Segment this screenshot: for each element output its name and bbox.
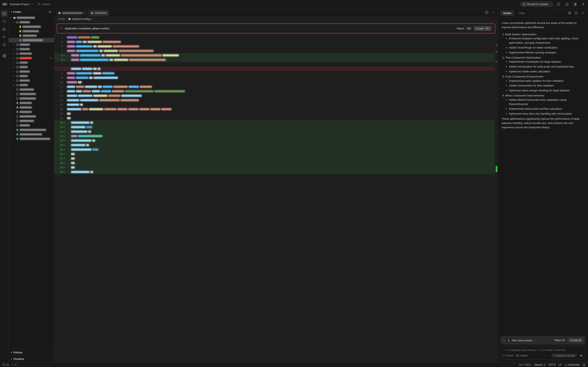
search-input[interactable]: Search xyxy=(38,3,517,6)
code-line[interactable]: 16 xyxy=(54,107,498,111)
outline-section[interactable]: ▸ Outline xyxy=(9,349,54,356)
collapse-icon[interactable] xyxy=(48,10,52,13)
code-line[interactable]: 21 xyxy=(54,129,498,134)
code-line[interactable]: 5 xyxy=(54,53,498,58)
reject-button[interactable]: Reject xyxy=(457,27,464,30)
tree-row[interactable] xyxy=(9,38,54,42)
status-position[interactable]: Ln 7, Col 1 xyxy=(519,363,531,366)
code-line[interactable]: 13 xyxy=(54,93,498,98)
tree-row[interactable] xyxy=(9,119,54,123)
code-line[interactable]: 9 xyxy=(54,75,498,80)
activity-extensions[interactable] xyxy=(1,52,8,59)
status-warnings[interactable]: ⚠ 1 xyxy=(12,363,17,366)
model-selector[interactable]: ✦ Claude-3.5-Sonnet xyxy=(551,354,577,358)
code-line[interactable]: 17 xyxy=(54,111,498,116)
code-line[interactable]: 2 xyxy=(54,40,498,44)
tree-row[interactable] xyxy=(9,101,54,105)
code-line[interactable]: 29 xyxy=(54,165,498,170)
tree-row[interactable]: ▸ xyxy=(9,74,54,78)
tree-row[interactable] xyxy=(9,92,54,96)
tree-row[interactable]: ▸ xyxy=(9,56,54,60)
code-line[interactable]: 6 xyxy=(54,58,498,62)
activity-debug-icon[interactable] xyxy=(1,41,8,48)
send-button[interactable] xyxy=(579,354,583,358)
tab-chat[interactable]: Chat xyxy=(516,10,527,16)
code-line[interactable]: 7 xyxy=(54,62,498,67)
code-line[interactable]: 15 xyxy=(54,102,498,107)
code-line[interactable]: 4 xyxy=(54,49,498,53)
tree-row[interactable]: ▸ xyxy=(9,69,54,74)
tab-inactive[interactable] xyxy=(89,10,109,16)
more-icon[interactable] xyxy=(490,9,496,15)
code-line[interactable]: 19 xyxy=(54,120,498,125)
tree-row[interactable] xyxy=(9,114,54,119)
tree-row[interactable]: ▸ xyxy=(9,51,54,56)
code-line[interactable]: 25 xyxy=(54,147,498,152)
status-encoding[interactable]: UTF-8 xyxy=(549,363,555,366)
minimap[interactable] xyxy=(495,35,498,362)
status-eol[interactable]: LF xyxy=(559,363,562,366)
activity-run-debug[interactable] xyxy=(1,33,8,40)
status-language[interactable]: { } JavaScript xyxy=(565,363,579,366)
tab-builder[interactable]: Builder xyxy=(501,10,514,16)
activity-search[interactable] xyxy=(1,18,8,25)
restart-update-button[interactable]: Restart to Update › xyxy=(520,1,553,7)
breadcrumb[interactable]: .config / webpack.config.js / ... xyxy=(54,16,498,22)
close-icon[interactable]: × xyxy=(84,12,85,15)
code-line[interactable]: 1 xyxy=(54,35,498,40)
user-icon[interactable] xyxy=(580,1,586,7)
code-line[interactable]: 8 xyxy=(54,71,498,75)
split-editor-icon[interactable] xyxy=(484,9,490,15)
code-line[interactable]: 27 xyxy=(54,156,498,161)
tree-row[interactable]: ▸ xyxy=(9,42,54,47)
code-line[interactable]: 30 xyxy=(54,170,498,174)
code-line[interactable]: 23 xyxy=(54,138,498,143)
code-line[interactable]: 26 xyxy=(54,152,498,156)
code-line[interactable]: 20 xyxy=(54,125,498,129)
context-button[interactable]: # Context xyxy=(503,354,514,357)
project-name[interactable]: Example Project xyxy=(10,3,29,6)
history-icon[interactable] xyxy=(573,10,579,16)
code-line[interactable] xyxy=(54,67,498,71)
tree-row[interactable] xyxy=(9,25,54,29)
tree-row[interactable] xyxy=(9,123,54,128)
status-spaces[interactable]: Spaces: 2 xyxy=(534,363,545,366)
code-line[interactable]: 18 xyxy=(54,116,498,120)
tree-row[interactable] xyxy=(9,87,54,92)
tree-row[interactable] xyxy=(9,29,54,33)
tree-row[interactable]: ▸ xyxy=(9,83,54,87)
file-tree[interactable]: ▾▸▸▸▸▸▸▸▸▸▸▸ xyxy=(9,15,54,349)
code-line[interactable]: 22 xyxy=(54,134,498,138)
breadcrumb-seg[interactable]: ... xyxy=(95,17,96,20)
tree-row[interactable]: ▸ xyxy=(9,20,54,25)
chevron-down-icon[interactable]: ▾ xyxy=(11,11,12,13)
tree-row[interactable]: ▸ xyxy=(9,47,54,51)
new-chat-icon[interactable] xyxy=(567,10,572,16)
code-line[interactable]: 12 xyxy=(54,89,498,93)
code-line[interactable]: 11 xyxy=(54,84,498,89)
tree-row[interactable] xyxy=(9,96,54,101)
images-button[interactable]: Images xyxy=(516,354,527,357)
breadcrumb-seg[interactable]: .config xyxy=(58,17,65,20)
activity-source-control[interactable] xyxy=(1,26,8,33)
tree-row[interactable]: ▸ xyxy=(9,65,54,69)
tree-row[interactable] xyxy=(9,33,54,38)
accept-all-button[interactable]: Accept All xyxy=(568,338,583,342)
layout-left-icon[interactable] xyxy=(556,1,562,7)
code-line[interactable]: 14 xyxy=(54,98,498,102)
status-errors[interactable]: ✕ 11 xyxy=(2,363,9,366)
activity-explorer[interactable] xyxy=(1,10,8,17)
reject-all-button[interactable]: Reject All xyxy=(552,338,567,342)
tree-row[interactable]: ▸ xyxy=(9,60,54,65)
layout-bottom-icon[interactable] xyxy=(564,1,570,7)
timeline-section[interactable]: ▸ Timeline xyxy=(9,356,54,362)
tree-row[interactable] xyxy=(9,132,54,137)
tree-row[interactable]: ▸ xyxy=(9,78,54,83)
tree-row[interactable]: ▾ xyxy=(9,16,54,20)
tree-row[interactable] xyxy=(9,128,54,132)
chat-input-field[interactable] xyxy=(503,349,583,351)
code-line[interactable]: 10 xyxy=(54,80,498,84)
chevron-right-icon[interactable]: › xyxy=(534,339,535,342)
code-line[interactable]: 3 xyxy=(54,44,498,49)
tree-row[interactable] xyxy=(9,105,54,110)
